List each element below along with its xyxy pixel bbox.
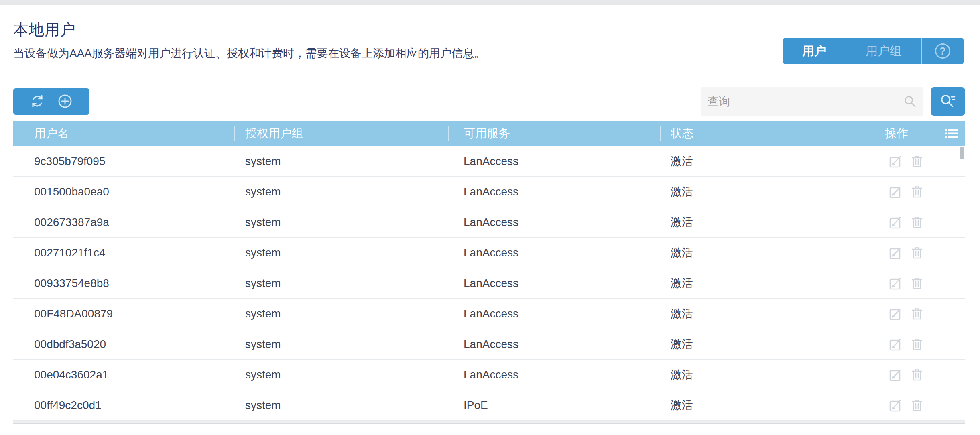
refresh-button[interactable]	[30, 94, 45, 110]
table-body: 9c305b79f095 system LanAccess 激活	[13, 146, 965, 421]
cell-service: LanAccess	[448, 268, 660, 298]
column-header-user-group[interactable]: 授权用户组	[234, 121, 448, 146]
cell-username: 00e04c3602a1	[13, 360, 234, 390]
delete-icon[interactable]	[911, 154, 923, 168]
help-icon: ?	[935, 43, 950, 59]
local-users-page: 用户 用户组 ? 本地用户 当设备做为AAA服务器端对用户进行认证、授权和计费时…	[0, 22, 980, 424]
search-icon	[903, 94, 917, 110]
delete-icon[interactable]	[911, 185, 923, 199]
add-icon	[57, 93, 73, 110]
cell-username: 00271021f1c4	[13, 238, 234, 268]
cell-user-group: system	[234, 329, 448, 359]
table-row[interactable]: 9c305b79f095 system LanAccess 激活	[13, 146, 965, 177]
cell-status: 激活	[660, 207, 862, 237]
cell-actions	[862, 238, 965, 268]
edit-icon[interactable]	[889, 215, 903, 229]
cell-username: 00F48DA00879	[13, 299, 234, 329]
edit-icon[interactable]	[889, 337, 903, 351]
cell-status: 激活	[660, 268, 862, 298]
cell-actions	[862, 360, 965, 390]
table-row[interactable]: 002673387a9a system LanAccess 激活	[13, 207, 965, 238]
cell-user-group: system	[234, 390, 448, 420]
cell-username: 001500ba0ea0	[13, 177, 234, 207]
cell-user-group: system	[234, 238, 448, 268]
delete-icon[interactable]	[911, 398, 923, 412]
cell-actions	[862, 329, 965, 359]
edit-icon[interactable]	[889, 276, 903, 290]
header-divider	[13, 73, 965, 73]
cell-status: 激活	[660, 390, 862, 420]
window-top-strip	[0, 0, 980, 5]
vertical-scrollbar-thumb[interactable]	[960, 147, 964, 159]
cell-username: 00ff49c2c0d1	[13, 390, 234, 420]
search-box	[701, 87, 923, 116]
edit-icon[interactable]	[889, 307, 903, 321]
cell-status: 激活	[660, 360, 862, 390]
edit-icon[interactable]	[889, 246, 903, 260]
cell-user-group: system	[234, 177, 448, 207]
cell-username: 00933754e8b8	[13, 268, 234, 298]
table-row[interactable]: 00271021f1c4 system LanAccess 激活	[13, 238, 965, 268]
cell-actions	[862, 207, 965, 237]
cell-actions	[862, 146, 965, 176]
tab-user[interactable]: 用户	[783, 38, 846, 64]
edit-icon[interactable]	[889, 398, 903, 412]
cell-user-group: system	[234, 146, 448, 176]
advanced-search-icon	[939, 93, 956, 111]
add-user-button[interactable]	[57, 93, 73, 110]
table-row[interactable]: 00F48DA00879 system LanAccess 激活	[13, 299, 965, 329]
cell-status: 激活	[660, 238, 862, 268]
column-header-username[interactable]: 用户名	[13, 121, 234, 146]
refresh-icon	[30, 94, 45, 110]
edit-icon[interactable]	[889, 154, 903, 168]
table-row[interactable]: 00e04c3602a1 system LanAccess 激活	[13, 360, 965, 390]
toolbar-action-group	[13, 88, 89, 115]
cell-actions	[862, 268, 965, 298]
cell-service: LanAccess	[448, 238, 660, 268]
table-row[interactable]: 001500ba0ea0 system LanAccess 激活	[13, 177, 965, 207]
delete-icon[interactable]	[911, 246, 923, 260]
cell-service: LanAccess	[448, 360, 660, 390]
column-header-service[interactable]: 可用服务	[448, 121, 660, 146]
page-title: 本地用户	[13, 22, 965, 37]
edit-icon[interactable]	[889, 368, 903, 382]
search-input[interactable]	[701, 87, 923, 116]
table-toolbar	[13, 87, 965, 116]
cell-service: IPoE	[448, 390, 660, 420]
cell-username: 002673387a9a	[13, 207, 234, 237]
cell-status: 激活	[660, 146, 862, 176]
delete-icon[interactable]	[911, 276, 923, 290]
cell-service: LanAccess	[448, 329, 660, 359]
column-settings-icon[interactable]	[945, 127, 959, 140]
edit-icon[interactable]	[889, 185, 903, 199]
cell-actions	[862, 299, 965, 329]
advanced-search-button[interactable]	[931, 87, 965, 116]
delete-icon[interactable]	[911, 337, 923, 351]
users-table: 用户名 授权用户组 可用服务 状态 操作 9c3	[13, 121, 965, 424]
delete-icon[interactable]	[911, 368, 923, 382]
cell-status: 激活	[660, 177, 862, 207]
column-header-actions-label: 操作	[885, 126, 908, 142]
delete-icon[interactable]	[911, 307, 923, 321]
cell-actions	[862, 390, 965, 420]
cell-service: LanAccess	[448, 146, 660, 176]
cell-service: LanAccess	[448, 299, 660, 329]
delete-icon[interactable]	[911, 215, 923, 229]
cell-username: 00dbdf3a5020	[13, 329, 234, 359]
table-row[interactable]: 00933754e8b8 system LanAccess 激活	[13, 268, 965, 299]
view-tabs: 用户 用户组 ?	[783, 38, 964, 64]
cell-status: 激活	[660, 329, 862, 359]
help-button[interactable]: ?	[921, 38, 964, 64]
cell-actions	[862, 177, 965, 207]
column-header-status[interactable]: 状态	[660, 121, 862, 146]
tab-user-group[interactable]: 用户组	[846, 38, 921, 64]
table-row[interactable]: 00ff49c2c0d1 system IPoE 激活	[13, 390, 965, 421]
cell-user-group: system	[234, 299, 448, 329]
cell-status: 激活	[660, 299, 862, 329]
search-area	[701, 87, 965, 116]
cell-user-group: system	[234, 207, 448, 237]
table-header-row: 用户名 授权用户组 可用服务 状态 操作	[13, 121, 965, 146]
horizontal-scrollbar[interactable]	[13, 421, 965, 424]
table-row[interactable]: 00dbdf3a5020 system LanAccess 激活	[13, 329, 965, 360]
cell-service: LanAccess	[448, 207, 660, 237]
